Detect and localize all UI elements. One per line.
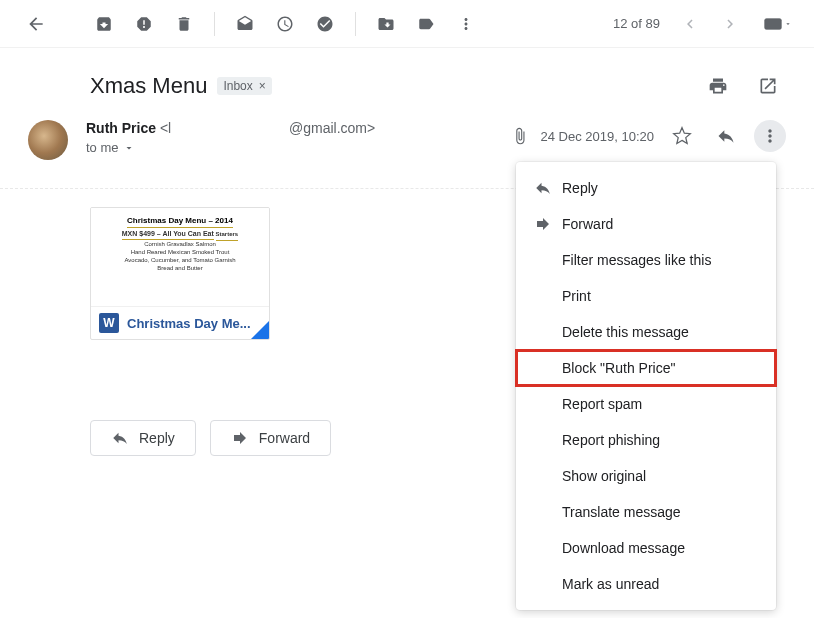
pagination-counter: 12 of 89 xyxy=(613,16,660,31)
avatar[interactable] xyxy=(28,120,68,160)
menu-item-label: Download message xyxy=(562,540,685,556)
preview-line: Avocado, Cucumber, and Tomato Garnish xyxy=(97,257,263,265)
menu-item-download-message[interactable]: Download message xyxy=(516,530,776,566)
subject: Xmas Menu xyxy=(90,73,207,99)
preview-line: Bread and Butter xyxy=(97,265,263,273)
menu-item-label: Report phishing xyxy=(562,432,660,448)
menu-item-label: Mark as unread xyxy=(562,576,659,592)
menu-item-label: Translate message xyxy=(562,504,681,520)
chevron-down-icon xyxy=(123,142,135,154)
move-to-icon[interactable] xyxy=(366,4,406,44)
menu-item-mark-as-unread[interactable]: Mark as unread xyxy=(516,566,776,602)
attachment-footer: W Christmas Day Me... xyxy=(91,306,269,339)
forward-label: Forward xyxy=(259,430,310,446)
more-options-icon[interactable] xyxy=(754,120,786,152)
reply-icon xyxy=(534,179,562,197)
older-icon[interactable] xyxy=(710,4,750,44)
menu-item-label: Show original xyxy=(562,468,646,484)
more-icon[interactable] xyxy=(446,4,486,44)
mark-unread-icon[interactable] xyxy=(225,4,265,44)
reply-label: Reply xyxy=(139,430,175,446)
sender-email-prefix: <l xyxy=(160,120,171,136)
back-icon[interactable] xyxy=(16,4,56,44)
preview-section: Starters xyxy=(216,231,239,241)
add-task-icon[interactable] xyxy=(305,4,345,44)
fold-corner xyxy=(251,321,269,339)
attachment-indicator-icon[interactable] xyxy=(511,127,529,145)
separator xyxy=(214,12,215,36)
message-date: 24 Dec 2019, 10:20 xyxy=(541,129,654,144)
menu-item-label: Reply xyxy=(562,180,598,196)
menu-item-block-ruth-price[interactable]: Block "Ruth Price" xyxy=(516,350,776,386)
snooze-icon[interactable] xyxy=(265,4,305,44)
reply-icon xyxy=(111,429,129,447)
menu-item-forward[interactable]: Forward xyxy=(516,206,776,242)
recipient-line[interactable]: to me xyxy=(86,140,511,155)
menu-item-label: Report spam xyxy=(562,396,642,412)
sender-line: Ruth Price <l @gmail.com> xyxy=(86,120,511,136)
spam-icon[interactable] xyxy=(124,4,164,44)
svg-rect-0 xyxy=(765,18,782,29)
input-tool-icon[interactable] xyxy=(758,4,798,44)
menu-item-reply[interactable]: Reply xyxy=(516,170,776,206)
menu-item-label: Delete this message xyxy=(562,324,689,340)
sender-name: Ruth Price xyxy=(86,120,156,136)
attachment-filename: Christmas Day Me... xyxy=(127,316,251,331)
forward-button[interactable]: Forward xyxy=(210,420,331,456)
attachment-card[interactable]: Christmas Day Menu – 2014 MXN $499 – All… xyxy=(90,207,270,340)
menu-item-label: Forward xyxy=(562,216,613,232)
preview-line: Hand Reared Mexican Smoked Trout xyxy=(97,249,263,257)
message-header: Ruth Price <l @gmail.com> to me 24 Dec 2… xyxy=(0,114,814,160)
separator xyxy=(355,12,356,36)
menu-item-delete-this-message[interactable]: Delete this message xyxy=(516,314,776,350)
menu-item-report-phishing[interactable]: Report phishing xyxy=(516,422,776,458)
reply-button[interactable]: Reply xyxy=(90,420,196,456)
forward-icon xyxy=(534,215,562,233)
menu-item-translate-message[interactable]: Translate message xyxy=(516,494,776,530)
open-new-window-icon[interactable] xyxy=(750,68,786,104)
menu-item-label: Print xyxy=(562,288,591,304)
newer-icon[interactable] xyxy=(670,4,710,44)
labels-icon[interactable] xyxy=(406,4,446,44)
star-icon[interactable] xyxy=(666,120,698,152)
toolbar: 12 of 89 xyxy=(0,0,814,48)
attachment-preview: Christmas Day Menu – 2014 MXN $499 – All… xyxy=(91,208,269,306)
sender-email-suffix: @gmail.com> xyxy=(289,120,375,136)
word-icon: W xyxy=(99,313,119,333)
recipient-text: to me xyxy=(86,140,119,155)
forward-icon xyxy=(231,429,249,447)
menu-item-print[interactable]: Print xyxy=(516,278,776,314)
menu-item-label: Block "Ruth Price" xyxy=(562,360,675,376)
label-remove-icon[interactable]: × xyxy=(259,79,266,93)
more-options-menu: ReplyForwardFilter messages like thisPri… xyxy=(516,162,776,610)
preview-line: Cornish Gravadlax Salmon xyxy=(97,241,263,249)
label-name: Inbox xyxy=(223,79,252,93)
menu-item-show-original[interactable]: Show original xyxy=(516,458,776,494)
label-chip[interactable]: Inbox × xyxy=(217,77,271,95)
reply-header-icon[interactable] xyxy=(710,120,742,152)
print-icon[interactable] xyxy=(700,68,736,104)
archive-icon[interactable] xyxy=(84,4,124,44)
preview-price: MXN $499 – All You Can Eat xyxy=(122,229,214,240)
menu-item-label: Filter messages like this xyxy=(562,252,711,268)
subject-row: Xmas Menu Inbox × xyxy=(0,48,814,114)
menu-item-report-spam[interactable]: Report spam xyxy=(516,386,776,422)
preview-title: Christmas Day Menu – 2014 xyxy=(127,216,233,228)
menu-item-filter-messages-like-this[interactable]: Filter messages like this xyxy=(516,242,776,278)
delete-icon[interactable] xyxy=(164,4,204,44)
